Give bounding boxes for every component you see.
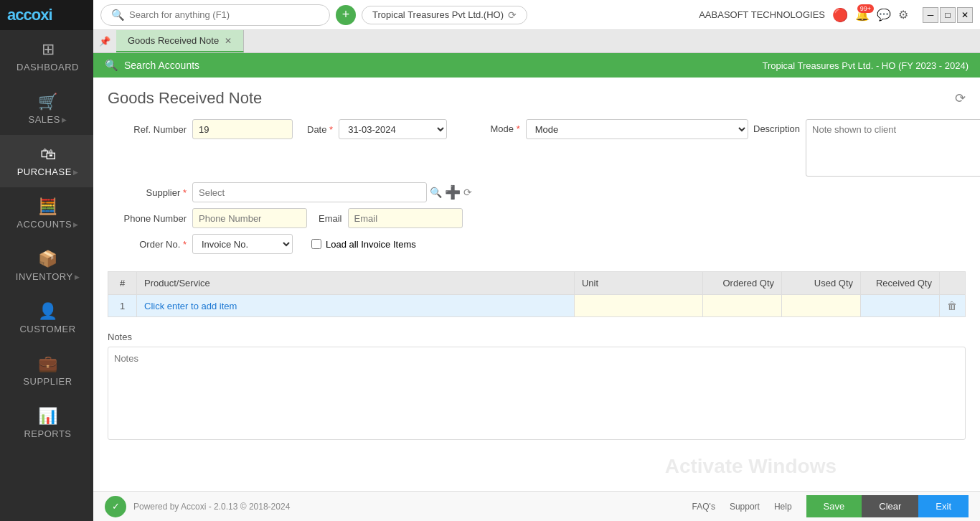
help-link[interactable]: Help [774, 502, 792, 512]
row-ordered-qty[interactable] [703, 295, 782, 317]
sidebar-item-inventory[interactable]: 📦 INVENTORY ▶ [0, 240, 93, 292]
sidebar-item-label: SALES ▶ [29, 114, 67, 125]
sidebar-item-dashboard[interactable]: ⊞ DASHBOARD [0, 30, 93, 83]
row-received-qty[interactable] [861, 295, 940, 317]
sidebar-item-customer[interactable]: 👤 CUSTOMER [0, 292, 93, 344]
notification-badge: 99+ [857, 4, 874, 13]
date-label: Date * [307, 124, 333, 135]
arrow-icon: ▶ [62, 116, 67, 123]
add-button[interactable]: + [336, 5, 356, 25]
content-area: 🔍 Search Accounts Tropical Treasures Pvt… [93, 53, 980, 491]
order-label: Order No. * [108, 239, 187, 250]
customer-icon: 👤 [38, 302, 57, 321]
mode-select[interactable]: Mode [526, 119, 748, 139]
notes-area: Notes [93, 324, 980, 491]
description-label: Description [753, 119, 800, 134]
supplier-refresh-icon[interactable]: ⟳ [463, 187, 472, 198]
notes-label: Notes [108, 332, 966, 342]
load-invoice-checkbox[interactable] [311, 239, 321, 249]
clear-button[interactable]: Clear [862, 495, 918, 517]
sidebar-item-label: REPORTS [24, 428, 71, 439]
sidebar-item-label: DASHBOARD [17, 62, 79, 72]
order-select[interactable]: Invoice No. [192, 234, 293, 254]
table-row: 1 Click enter to add item 🗑 [108, 295, 966, 317]
header-search-icon: 🔍 [105, 59, 118, 72]
sidebar-item-accounts[interactable]: 🧮 ACCOUNTS ▶ [0, 187, 93, 240]
reports-icon: 📊 [38, 407, 57, 426]
notifications-icon[interactable]: 🔔 99+ [855, 8, 870, 22]
accoxi-brand-icon: 🔴 [832, 7, 848, 23]
arrow-icon: ▶ [73, 221, 79, 228]
sidebar-item-label: PURCHASE ▶ [17, 166, 79, 177]
row-used-qty[interactable] [782, 295, 861, 317]
form-refresh-icon[interactable]: ⟳ [955, 90, 966, 106]
date-select[interactable]: 31-03-2024 [339, 119, 447, 139]
sidebar-item-label: SUPPLIER [23, 376, 72, 387]
footer: ✓ Powered by Accoxi - 2.0.13 © 2018-2024… [93, 491, 980, 521]
pin-icon: 📌 [93, 32, 116, 51]
table-area: # Product/Service Unit Ordered Qty Used … [93, 271, 980, 324]
dashboard-icon: ⊞ [42, 40, 55, 59]
add-item-text[interactable]: Click enter to add item [144, 301, 237, 311]
sidebar-item-label: ACCOUNTS ▶ [17, 219, 78, 230]
exit-button[interactable]: Exit [918, 495, 969, 517]
sidebar-item-sales[interactable]: 🛒 SALES ▶ [0, 83, 93, 135]
tab-close-icon[interactable]: ✕ [225, 36, 232, 46]
company-tab[interactable]: Tropical Treasures Pvt Ltd.(HO) ⟳ [362, 6, 527, 24]
col-header-used-qty: Used Qty [782, 272, 861, 295]
email-input[interactable] [348, 208, 463, 228]
row-unit[interactable] [574, 295, 702, 317]
save-button[interactable]: Save [806, 495, 862, 517]
delete-icon[interactable]: 🗑 [947, 300, 957, 311]
tabbar: 📌 Goods Received Note ✕ [93, 30, 980, 53]
footer-logo: ✓ [105, 496, 126, 517]
ref-number-input[interactable] [192, 119, 293, 139]
main-area: 🔍 + Tropical Treasures Pvt Ltd.(HO) ⟳ AA… [93, 0, 980, 521]
messages-icon[interactable]: 💬 [877, 8, 891, 22]
topbar-right: AABASOFT TECHNOLOGIES 🔴 🔔 99+ 💬 ⚙ ─ □ ✕ [699, 7, 973, 23]
phone-input[interactable] [192, 208, 307, 228]
form-area: Goods Received Note ⟳ Ref. Number Date *… [93, 78, 980, 271]
company-tab-refresh-icon[interactable]: ⟳ [508, 9, 517, 21]
description-textarea[interactable] [806, 119, 980, 177]
footer-checkmark-icon: ✓ [112, 501, 120, 512]
arrow-icon: ▶ [73, 169, 79, 176]
ref-number-label: Ref. Number [108, 124, 187, 135]
close-button[interactable]: ✕ [957, 7, 973, 23]
col-header-product: Product/Service [137, 272, 575, 295]
sidebar-item-supplier[interactable]: 💼 SUPPLIER [0, 344, 93, 397]
company-name-label: AABASOFT TECHNOLOGIES [699, 9, 825, 20]
col-header-unit: Unit [574, 272, 702, 295]
notes-textarea[interactable] [108, 347, 966, 440]
form-title-row: Goods Received Note ⟳ [108, 89, 966, 108]
minimize-button[interactable]: ─ [923, 7, 938, 23]
row-delete[interactable]: 🗑 [940, 295, 966, 317]
logo-text: accoxi [7, 6, 52, 24]
supplier-search-icon[interactable]: 🔍 [430, 187, 442, 198]
search-box[interactable]: 🔍 [100, 4, 330, 26]
supplier-label: Supplier * [108, 187, 187, 198]
supplier-add-icon[interactable]: ➕ [445, 184, 461, 200]
search-input[interactable] [129, 9, 319, 20]
footer-links: FAQ's Support Help [692, 502, 792, 512]
sidebar-item-label: CUSTOMER [19, 324, 75, 334]
topbar-icons: 🔔 99+ 💬 ⚙ [855, 8, 908, 22]
support-link[interactable]: Support [730, 502, 760, 512]
supplier-input[interactable] [192, 182, 427, 202]
sidebar-item-reports[interactable]: 📊 REPORTS [0, 397, 93, 449]
sidebar-item-label: INVENTORY ▶ [16, 271, 80, 282]
tab-goods-received-note[interactable]: Goods Received Note ✕ [116, 30, 244, 52]
row-product[interactable]: Click enter to add item [137, 295, 575, 317]
sidebar-item-purchase[interactable]: 🛍 PURCHASE ▶ [0, 135, 93, 187]
window-controls: ─ □ ✕ [923, 7, 973, 23]
footer-buttons: Save Clear Exit [806, 495, 969, 517]
sidebar: accoxi ⊞ DASHBOARD 🛒 SALES ▶ 🛍 PURCHASE … [0, 0, 93, 521]
load-invoice-label[interactable]: Load all Invoice Items [326, 239, 416, 250]
tab-label: Goods Received Note [128, 35, 219, 46]
settings-icon[interactable]: ⚙ [898, 8, 908, 22]
sales-icon: 🛒 [38, 93, 57, 111]
search-accounts-label[interactable]: Search Accounts [124, 60, 199, 71]
restore-button[interactable]: □ [940, 7, 956, 23]
faq-link[interactable]: FAQ's [692, 502, 715, 512]
topbar: 🔍 + Tropical Treasures Pvt Ltd.(HO) ⟳ AA… [93, 0, 980, 30]
